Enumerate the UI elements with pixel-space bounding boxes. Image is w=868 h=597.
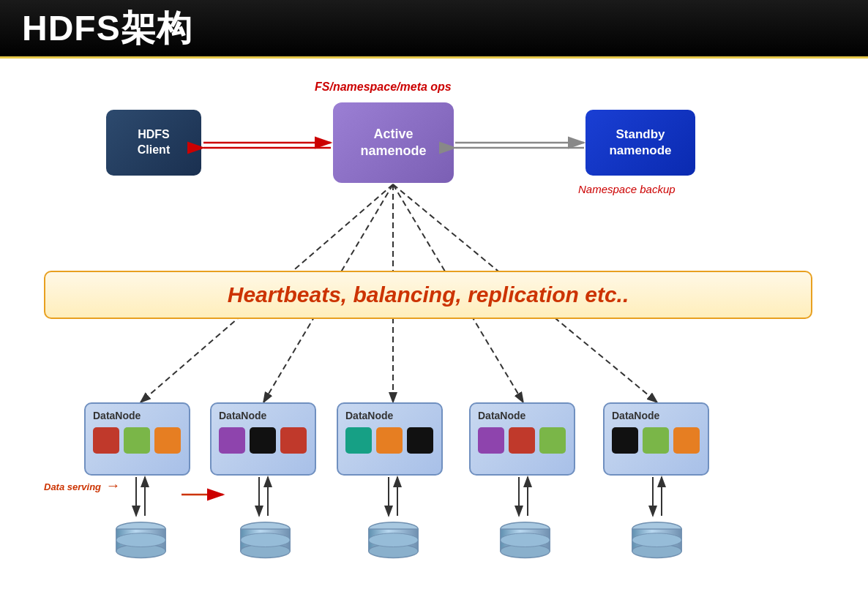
standby-namenode-box: Standby namenode [585, 110, 695, 176]
datanode-5: DataNode [603, 402, 709, 476]
datanode-3: DataNode [337, 402, 443, 476]
datanode-2: DataNode [210, 402, 316, 476]
header: HDFS架构 [0, 0, 868, 59]
datanode-1: DataNode [84, 402, 190, 476]
main-content: FS/namespace/meta ops HDFS Client Active… [0, 59, 868, 597]
heartbeats-banner: Heartbeats, balancing, replication etc.. [44, 271, 812, 319]
fs-namespace-label: FS/namespace/meta ops [315, 80, 452, 94]
svg-point-37 [369, 533, 419, 547]
block-dn1-2 [124, 427, 150, 454]
data-serving-label: Data serving → [44, 477, 120, 494]
block-dn3-2 [376, 427, 403, 454]
block-dn2-2 [250, 427, 276, 454]
block-dn2-3 [280, 427, 307, 454]
heartbeats-text: Heartbeats, balancing, replication etc.. [228, 282, 629, 307]
block-dn4-3 [539, 427, 566, 454]
block-dn5-3 [673, 427, 700, 454]
disk-4 [498, 519, 553, 566]
disk-5 [629, 519, 684, 566]
svg-point-45 [632, 533, 682, 547]
page-title: HDFS架构 [22, 5, 192, 52]
disk-2 [238, 519, 293, 566]
namespace-backup-label: Namespace backup [578, 183, 676, 195]
block-dn4-1 [478, 427, 504, 454]
svg-point-33 [241, 533, 291, 547]
datanode-4: DataNode [469, 402, 575, 476]
block-dn3-1 [345, 427, 372, 454]
block-dn5-1 [612, 427, 638, 454]
block-dn2-1 [219, 427, 245, 454]
block-dn1-1 [93, 427, 119, 454]
svg-point-41 [501, 533, 550, 547]
block-dn4-2 [509, 427, 535, 454]
disk-3 [366, 519, 421, 566]
active-namenode-box: Active namenode [333, 102, 454, 183]
disk-1 [113, 519, 168, 566]
block-dn1-3 [154, 427, 181, 454]
block-dn5-2 [643, 427, 669, 454]
hdfs-client-box: HDFS Client [106, 110, 201, 176]
block-dn3-3 [407, 427, 433, 454]
svg-point-29 [116, 533, 166, 547]
